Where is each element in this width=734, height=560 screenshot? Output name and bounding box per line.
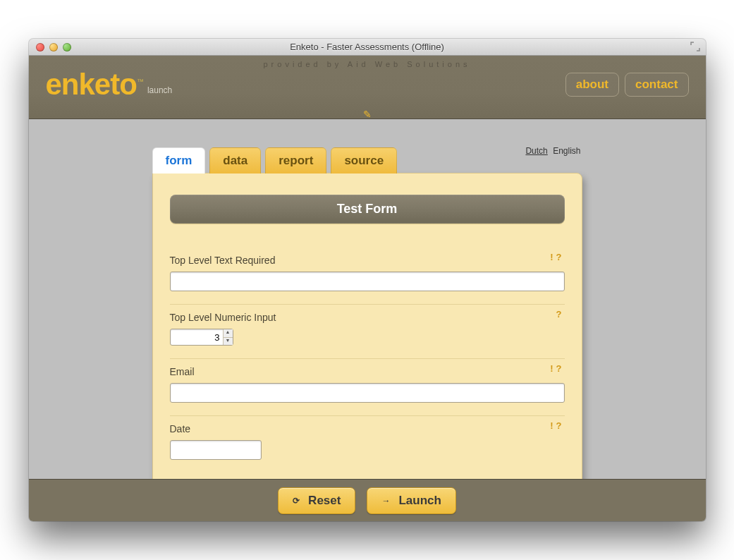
help-icon[interactable]: ? [556,309,565,319]
expand-icon[interactable] [690,42,700,51]
field-email: !? Email [170,359,565,416]
about-link[interactable]: about [565,73,619,97]
tab-form[interactable]: form [152,147,206,174]
titlebar: Enketo - Faster Assessments (Offline) [29,39,706,56]
minimize-window-button[interactable] [49,43,58,51]
tab-report[interactable]: report [265,147,326,174]
email-input[interactable] [170,383,565,403]
field-label-text-required: Top Level Text Required [170,255,565,266]
logo-tm: ™ [137,78,143,85]
numeric-step-up[interactable]: ▲ [224,329,233,338]
tab-data[interactable]: data [209,147,261,174]
help-icon[interactable]: ? [556,420,565,431]
provided-by-text: provided by Aid Web Solutions [29,56,706,68]
form-title: Test Form [170,195,565,224]
launch-icon: → [381,496,390,506]
zoom-window-button[interactable] [63,43,71,51]
logo: enketo™ [46,70,143,99]
footer-bar: ⟳ Reset → Launch [29,479,706,521]
help-icon[interactable]: ? [556,252,565,262]
field-numeric: ? Top Level Numeric Input ▲ ▼ [170,305,565,359]
field-label-numeric: Top Level Numeric Input [170,312,565,323]
form-panel: Test Form !? Top Level Text Required ? T… [152,173,582,479]
app-window: Enketo - Faster Assessments (Offline) pr… [29,39,706,521]
pencil-icon[interactable]: ✎ [363,109,372,120]
tab-bar: form data report source [152,147,582,174]
required-icon: ! [550,420,556,431]
logo-text: enketo [46,68,137,101]
logo-subtext: launch [143,85,172,99]
reset-button[interactable]: ⟳ Reset [278,487,355,514]
contact-link[interactable]: contact [625,73,688,97]
launch-button[interactable]: → Launch [367,487,455,514]
field-label-date: Date [170,423,565,434]
required-icon: ! [550,363,556,374]
help-icon[interactable]: ? [556,363,565,374]
required-icon: ! [550,252,556,262]
reset-icon: ⟳ [293,496,300,506]
reset-label: Reset [308,494,341,508]
window-controls [29,43,71,51]
text-required-input[interactable] [170,272,565,291]
field-label-email: Email [170,366,565,377]
content-area: form data report source Dutch English Te… [29,119,706,479]
date-input[interactable] [170,440,262,460]
field-date: !? Date [170,416,565,473]
close-window-button[interactable] [36,43,44,51]
tab-source[interactable]: source [331,147,397,174]
header-nav: about contact [565,73,689,99]
field-text-required: !? Top Level Text Required [170,248,565,305]
window-title: Enketo - Faster Assessments (Offline) [29,42,706,52]
numeric-step-down[interactable]: ▼ [224,338,233,346]
app-header: provided by Aid Web Solutions enketo™ la… [29,56,706,119]
launch-label: Launch [398,494,441,508]
